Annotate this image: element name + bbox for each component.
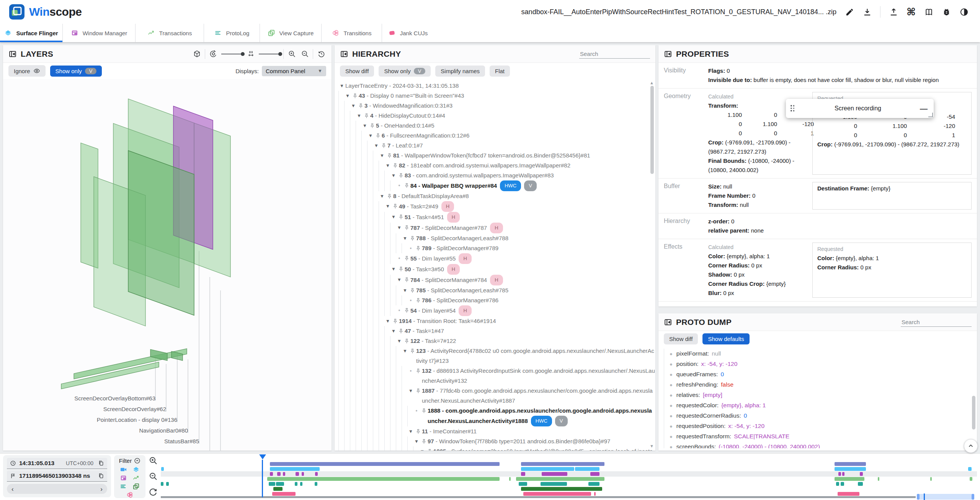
tree-node-8[interactable]: ▼8 - DefaultTaskDisplayArea#8 [338,191,655,201]
resize-handle[interactable] [928,113,933,117]
trace-segment-protolog[interactable] [841,482,844,486]
pin-icon[interactable] [414,386,422,396]
tree-node-49[interactable]: ▼49 - Task=2#49H [338,201,655,212]
timeline-zoom-reset-icon[interactable] [149,487,158,497]
tree-node-1887[interactable]: ▼1887 - 77fdc4b com.google.android.apps.… [338,386,655,406]
layers-3d-view[interactable]: ScreenDecorOverlayBottom#63ScreenDecorOv… [3,79,332,451]
proto-row-requestedTransform[interactable]: ●requestedTransform:SCALE|TRANSLATE [670,431,972,442]
expand-arrow-icon[interactable]: ▼ [379,191,385,201]
tree-node-root[interactable]: ▼LayerTraceEntry - 2024-03-31, 14:31:05.… [338,81,655,91]
expand-arrow-icon[interactable]: ▼ [350,101,357,111]
pin-icon[interactable] [414,295,422,305]
expand-arrow-icon[interactable]: ▼ [402,346,408,356]
proto-row-screenBounds[interactable]: ●screenBounds:(-10800, -24000) - (10800,… [670,442,972,448]
expand-arrow-icon[interactable]: ▼ [367,131,374,141]
trace-segment-transitions[interactable] [272,492,296,496]
expand-arrow-icon[interactable]: ▼ [390,212,397,222]
scroll-up-icon[interactable]: ▲ [650,80,654,85]
rotation-slider[interactable] [221,54,243,54]
pin-icon[interactable] [403,336,410,346]
trace-segment-transactions[interactable] [930,477,932,481]
next-frame-button[interactable]: › [100,486,103,492]
tree-node-43[interactable]: ▼43 - Display 0 name="Built-in Screen"#4… [338,91,655,101]
pin-icon[interactable] [403,275,410,285]
copy-nanos-icon[interactable] [98,473,104,479]
pin-icon[interactable] [351,91,359,101]
simplify-names-button[interactable]: Simplify names [435,66,485,77]
trace-segment-window-manager[interactable] [270,472,273,476]
trace-segment-protolog[interactable] [541,482,567,486]
trace-segment-window-manager[interactable] [842,472,844,476]
tree-node-4[interactable]: ▼4 - HideDisplayCutout:0:14#4 [338,111,655,121]
proto-row-requestedColor[interactable]: ●requestedColor:{empty}, alpha: 1 [670,400,972,411]
expand-arrow-icon[interactable]: ▼ [407,426,414,436]
trace-segment-screen-recording[interactable] [835,462,866,466]
keyboard-shortcuts-icon[interactable]: ⌘ [904,5,918,19]
displays-select[interactable]: Common Panel▼ [262,66,326,76]
expand-arrow-icon[interactable]: ▼ [396,275,403,285]
expand-arrow-icon[interactable]: ▼ [396,223,403,233]
trace-segment-transactions[interactable] [509,477,511,481]
tree-node-84[interactable]: •84 - Wallpaper BBQ wrapper#84HWCV [338,180,655,191]
tab-transactions[interactable]: Transactions [136,24,204,42]
expand-arrow-icon[interactable]: ▼ [390,264,397,274]
tree-node-132[interactable]: •132 - d886913 ActivityRecordInputSink c… [338,366,655,386]
tab-jank-cujs[interactable]: Jank CUJs [382,24,434,42]
tab-transitions[interactable]: Transitions [322,24,382,42]
tree-node-786[interactable]: •786 - SplitDecorManager#786 [338,295,655,305]
transactions-icon[interactable] [132,474,140,482]
pin-icon[interactable] [357,101,364,111]
pin-icon[interactable] [426,446,433,451]
show-diff-button[interactable]: Show diff [664,333,698,344]
trace-segment-window-manager[interactable] [283,472,285,476]
collapse-filter-icon[interactable] [134,457,140,464]
expand-arrow-icon[interactable]: ▼ [338,81,345,91]
tree-node-787[interactable]: ▼787 - SplitDecorManager#787H [338,223,655,233]
selection-left-handle[interactable] [917,494,920,500]
proto-dump-scrollbar[interactable] [972,396,975,430]
tree-node-785[interactable]: ▼785 - SplitDecorManagerLeash#785 [338,285,655,295]
trace-segment-surface-flinger[interactable] [161,467,164,471]
proto-row-requestedPosition[interactable]: ●requestedPosition:x: -54, y: -120 [670,421,972,431]
view-capture-icon[interactable] [132,483,140,490]
expand-arrow-icon[interactable]: ▼ [384,161,391,170]
proto-row-pixelFormat[interactable]: ●pixelFormat:null [670,349,972,359]
pin-icon[interactable] [414,366,422,376]
tree-node-788[interactable]: ▼788 - SplitDecorManagerLeash#788 [338,233,655,243]
pin-icon[interactable] [403,305,410,315]
tree-node-789[interactable]: •789 - SplitDecorManager#789 [338,243,655,253]
zoom-out-icon[interactable] [300,49,310,59]
expand-arrow-icon[interactable]: ▼ [384,201,391,211]
timeline-cursor-handle[interactable] [259,454,266,459]
pin-icon[interactable] [380,141,387,151]
bug-report-icon[interactable] [939,5,953,19]
expand-arrow-icon[interactable]: ▼ [373,141,380,151]
rotate-3d-icon[interactable] [208,49,218,59]
pin-icon[interactable] [368,121,376,131]
expand-arrow-icon[interactable]: ▼ [402,285,408,295]
surface-flinger-icon[interactable] [132,466,140,473]
trace-segment-screen-recording[interactable] [521,462,604,466]
trace-segment-protolog[interactable] [166,482,169,486]
tab-protolog[interactable]: ProtoLog [204,24,260,42]
cube-icon[interactable] [192,49,202,59]
expand-arrow-icon[interactable]: ▼ [379,151,385,161]
tree-node-55[interactable]: •55 - Dim layer#55H [338,253,655,264]
timeline-overview-track[interactable] [161,496,916,498]
tree-node-1895[interactable]: ▼1895 - Surface(name=3baac60 InputMethod… [338,446,655,451]
download-icon[interactable] [860,5,874,19]
timeline-zoom-in-icon[interactable] [149,456,158,465]
trace-segment-window-manager[interactable] [860,472,863,476]
collapse-proto-dump-icon[interactable] [664,318,672,326]
documentation-icon[interactable] [922,5,936,19]
collapse-properties-panel-icon[interactable] [664,50,672,58]
trace-segment-protolog[interactable] [858,482,863,486]
pin-icon[interactable] [397,170,405,180]
pin-icon[interactable] [420,436,428,446]
transitions-icon[interactable] [126,491,134,498]
show-only-button[interactable]: Show onlyV [379,66,431,77]
trace-segment-transactions[interactable] [516,477,604,481]
proto-row-position[interactable]: ●position:x: -54, y: -120 [670,359,972,369]
expand-arrow-icon[interactable]: ▼ [413,436,420,446]
trace-segment-protolog[interactable] [588,482,599,486]
